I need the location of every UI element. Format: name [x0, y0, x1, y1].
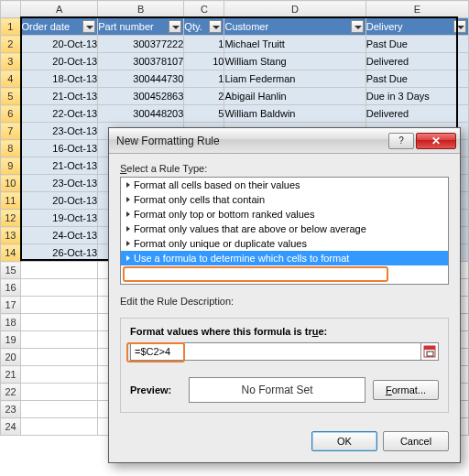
cell[interactable]: Delivered: [365, 53, 468, 70]
row-header[interactable]: 9: [1, 157, 21, 175]
filter-dropdown-icon[interactable]: [453, 20, 466, 33]
cell[interactable]: 300378107: [98, 53, 184, 70]
row-header[interactable]: 17: [1, 297, 21, 314]
rule-type-listbox[interactable]: Format all cells based on their values F…: [120, 177, 449, 285]
cell[interactable]: 10: [184, 53, 224, 70]
row-header[interactable]: 15: [1, 262, 21, 279]
rule-type-item[interactable]: Format only cells that contain: [121, 192, 448, 207]
cell[interactable]: [21, 401, 98, 418]
cell[interactable]: 23-Oct-13: [21, 123, 98, 140]
col-header-D[interactable]: D: [224, 1, 365, 18]
row-header[interactable]: 20: [1, 349, 21, 366]
row-header[interactable]: 7: [1, 123, 21, 140]
cell[interactable]: 22-Oct-13: [21, 105, 98, 123]
cell[interactable]: 23-Oct-13: [21, 175, 98, 192]
row-header[interactable]: 4: [1, 70, 21, 88]
cell[interactable]: 5: [184, 105, 224, 123]
row-header[interactable]: 24: [1, 418, 21, 436]
header-qty[interactable]: Qty.: [184, 18, 224, 36]
formula-input[interactable]: [130, 342, 421, 361]
cell[interactable]: 20-Oct-13: [21, 192, 98, 210]
cell[interactable]: Past Due: [365, 36, 468, 53]
filter-dropdown-icon[interactable]: [209, 20, 222, 33]
cell[interactable]: 20-Oct-13: [21, 36, 98, 53]
help-button[interactable]: ?: [388, 133, 414, 149]
cell[interactable]: 20-Oct-13: [21, 53, 98, 70]
cell[interactable]: 1: [184, 36, 224, 53]
cell[interactable]: Due in 3 Days: [365, 88, 468, 105]
cell[interactable]: 18-Oct-13: [21, 70, 98, 88]
cell[interactable]: Liam Federman: [224, 70, 365, 88]
cell[interactable]: [21, 297, 98, 314]
cell[interactable]: 300444730: [98, 70, 184, 88]
cell[interactable]: 24-Oct-13: [21, 227, 98, 244]
cell[interactable]: [21, 366, 98, 384]
range-selector-button[interactable]: [420, 342, 439, 361]
cell[interactable]: 300377222: [98, 36, 184, 53]
format-button[interactable]: Format...: [373, 380, 439, 400]
cell[interactable]: [21, 279, 98, 297]
row-header[interactable]: 14: [1, 244, 21, 262]
select-all-corner[interactable]: [1, 1, 21, 18]
filter-dropdown-icon[interactable]: [82, 20, 95, 33]
cell[interactable]: [21, 262, 98, 279]
cell[interactable]: 16-Oct-13: [21, 140, 98, 157]
cell[interactable]: 1: [184, 70, 224, 88]
cell[interactable]: 2: [184, 88, 224, 105]
rule-type-item[interactable]: Format only unique or duplicate values: [121, 236, 448, 251]
cell[interactable]: William Stang: [224, 53, 365, 70]
dialog-titlebar[interactable]: New Formatting Rule ? ✕: [109, 128, 460, 154]
cell[interactable]: 19-Oct-13: [21, 210, 98, 227]
cell[interactable]: Past Due: [365, 70, 468, 88]
col-header-A[interactable]: A: [21, 1, 98, 18]
rule-type-item[interactable]: Format only top or bottom ranked values: [121, 207, 448, 222]
rule-type-item[interactable]: Format only values that are above or bel…: [121, 222, 448, 236]
cell[interactable]: 26-Oct-13: [21, 244, 98, 262]
row-header[interactable]: 21: [1, 366, 21, 384]
header-delivery[interactable]: Delivery: [365, 18, 468, 36]
cell[interactable]: [21, 314, 98, 331]
row-header[interactable]: 2: [1, 36, 21, 53]
formula-label: Format values where this formula is true…: [130, 326, 439, 337]
row-header[interactable]: 3: [1, 53, 21, 70]
row-header[interactable]: 18: [1, 314, 21, 331]
header-order-date[interactable]: Order date: [21, 18, 98, 36]
cell[interactable]: [21, 349, 98, 366]
row-header[interactable]: 16: [1, 279, 21, 297]
row-header[interactable]: 8: [1, 140, 21, 157]
row-header[interactable]: 1: [1, 18, 21, 36]
cancel-button[interactable]: Cancel: [383, 431, 449, 451]
col-header-B[interactable]: B: [98, 1, 184, 18]
row-header[interactable]: 5: [1, 88, 21, 105]
col-header-E[interactable]: E: [365, 1, 468, 18]
cell[interactable]: [21, 331, 98, 349]
close-button[interactable]: ✕: [416, 133, 456, 149]
cell[interactable]: [21, 418, 98, 436]
filter-dropdown-icon[interactable]: [169, 20, 181, 33]
cell[interactable]: Delivered: [365, 105, 468, 123]
col-header-C[interactable]: C: [184, 1, 224, 18]
cell[interactable]: 300452863: [98, 88, 184, 105]
row-header[interactable]: 23: [1, 401, 21, 418]
cell[interactable]: 300448203: [98, 105, 184, 123]
ok-button[interactable]: OK: [311, 431, 377, 451]
row-header[interactable]: 12: [1, 210, 21, 227]
row-header[interactable]: 6: [1, 105, 21, 123]
row-header[interactable]: 13: [1, 227, 21, 244]
cell[interactable]: 21-Oct-13: [21, 157, 98, 175]
rule-type-item[interactable]: Format all cells based on their values: [121, 178, 448, 192]
cell[interactable]: William Baldwin: [224, 105, 365, 123]
header-customer[interactable]: Customer: [224, 18, 365, 36]
row-header[interactable]: 22: [1, 384, 21, 401]
cell[interactable]: [21, 384, 98, 401]
header-part-number[interactable]: Part number: [98, 18, 184, 36]
new-formatting-rule-dialog: New Formatting Rule ? ✕ Select a Rule Ty…: [108, 127, 461, 463]
row-header[interactable]: 10: [1, 175, 21, 192]
filter-dropdown-icon[interactable]: [351, 20, 364, 33]
rule-type-item[interactable]: Use a formula to determine which cells t…: [121, 251, 448, 265]
row-header[interactable]: 19: [1, 331, 21, 349]
cell[interactable]: Abigail Hanlin: [224, 88, 365, 105]
cell[interactable]: 21-Oct-13: [21, 88, 98, 105]
cell[interactable]: Michael Truitt: [224, 36, 365, 53]
row-header[interactable]: 11: [1, 192, 21, 210]
